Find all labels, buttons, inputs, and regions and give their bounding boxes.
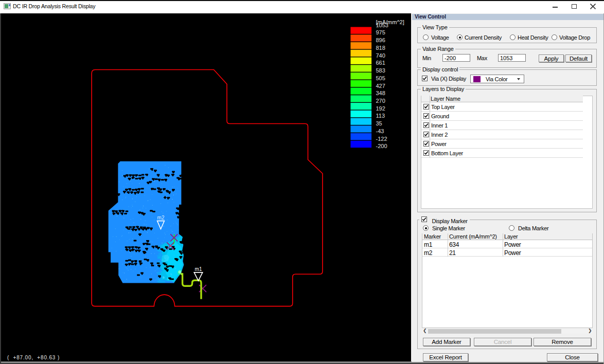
svg-text:740: 740 <box>376 52 385 59</box>
svg-text:975: 975 <box>376 29 385 35</box>
svg-text:-122: -122 <box>376 136 387 142</box>
svg-text:-200: -200 <box>376 143 387 149</box>
svg-text:583: 583 <box>376 67 385 74</box>
svg-text:896: 896 <box>376 37 385 43</box>
svg-text:505: 505 <box>376 75 385 81</box>
svg-text:270: 270 <box>376 98 385 104</box>
svg-text:-43: -43 <box>376 128 384 134</box>
svg-text:35: 35 <box>376 120 382 126</box>
svg-text:113: 113 <box>376 113 385 119</box>
svg-text:m1: m1 <box>195 266 202 272</box>
svg-text:818: 818 <box>376 45 385 51</box>
svg-text:1053: 1053 <box>376 22 388 28</box>
svg-text:348: 348 <box>376 90 385 96</box>
svg-text:192: 192 <box>376 105 385 112</box>
svg-text:661: 661 <box>376 60 385 66</box>
svg-text:m2: m2 <box>157 215 165 221</box>
svg-text:427: 427 <box>376 83 385 89</box>
svg-text:( +87.00, +80.63 ): ( +87.00, +80.63 ) <box>7 355 60 360</box>
